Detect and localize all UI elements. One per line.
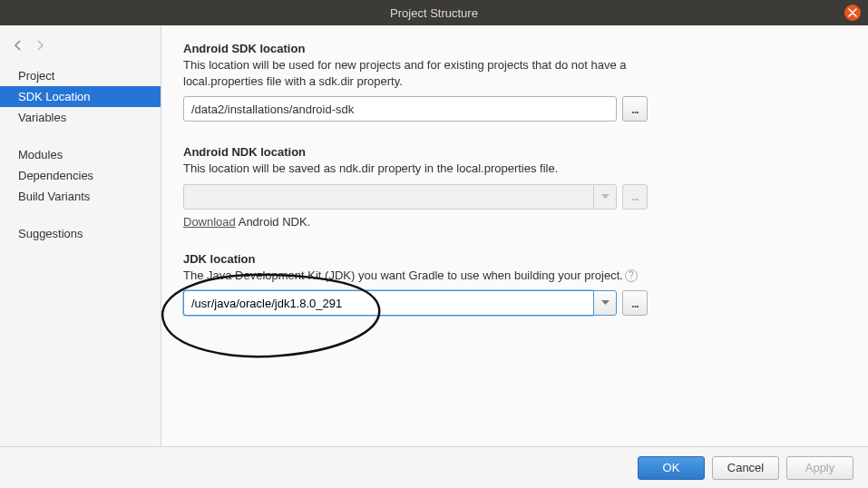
sidebar: Project SDK Location Variables Modules D… (0, 25, 161, 446)
content-pane: Android SDK location This location will … (161, 25, 868, 446)
sidebar-item-build-variants[interactable]: Build Variants (0, 186, 161, 207)
help-icon[interactable]: ? (625, 269, 638, 282)
section-android-ndk: Android NDK location This location will … (183, 145, 846, 229)
android-sdk-input[interactable] (183, 96, 617, 122)
window-close-button[interactable] (844, 5, 861, 21)
sidebar-item-dependencies[interactable]: Dependencies (0, 165, 161, 186)
back-arrow-icon[interactable] (11, 38, 25, 53)
chevron-down-icon (601, 300, 610, 306)
jdk-input[interactable] (183, 290, 593, 316)
section-android-sdk: Android SDK location This location will … (183, 42, 846, 122)
jdk-desc-text: The Java Development Kit (JDK) you want … (183, 268, 623, 282)
android-ndk-title: Android NDK location (183, 145, 846, 159)
titlebar: Project Structure (0, 0, 868, 25)
sidebar-item-variables[interactable]: Variables (0, 107, 161, 128)
jdk-title: JDK location (183, 252, 846, 266)
nav-history-arrows (0, 34, 161, 65)
android-ndk-desc: This location will be saved as ndk.dir p… (183, 161, 691, 177)
jdk-dropdown-button[interactable] (593, 290, 617, 316)
android-ndk-browse-button: ... (622, 184, 648, 210)
android-ndk-dropdown-button (593, 184, 617, 210)
dialog-footer: OK Cancel Apply (0, 446, 868, 488)
window-title: Project Structure (390, 6, 478, 20)
cancel-button[interactable]: Cancel (712, 456, 779, 480)
forward-arrow-icon[interactable] (33, 38, 47, 53)
android-sdk-title: Android SDK location (183, 42, 846, 55)
android-sdk-desc: This location will be used for new proje… (183, 57, 691, 89)
jdk-desc: The Java Development Kit (JDK) you want … (183, 268, 691, 284)
android-sdk-browse-button[interactable]: ... (622, 96, 648, 122)
jdk-browse-button[interactable]: ... (622, 290, 648, 316)
sidebar-item-modules[interactable]: Modules (0, 144, 161, 165)
sidebar-item-sdk-location[interactable]: SDK Location (0, 86, 161, 107)
sidebar-item-suggestions[interactable]: Suggestions (0, 223, 161, 244)
dialog-body: Project SDK Location Variables Modules D… (0, 25, 868, 446)
apply-button: Apply (786, 456, 853, 480)
download-ndk-link[interactable]: Download (183, 215, 236, 229)
android-ndk-download-row: Download Android NDK. (183, 215, 846, 229)
close-icon (848, 8, 857, 17)
section-jdk: JDK location The Java Development Kit (J… (183, 252, 846, 317)
sidebar-item-project[interactable]: Project (0, 65, 161, 86)
download-ndk-suffix: Android NDK. (236, 215, 310, 229)
android-ndk-input (183, 184, 593, 210)
chevron-down-icon (601, 194, 610, 200)
ok-button[interactable]: OK (638, 456, 705, 480)
